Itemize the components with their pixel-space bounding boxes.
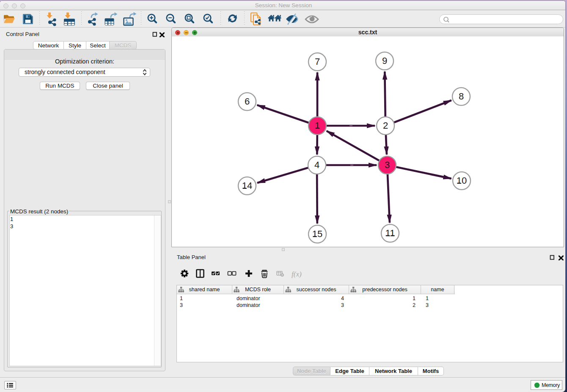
svg-text:f(x): f(x) — [292, 270, 302, 278]
svg-text:7: 7 — [315, 56, 320, 67]
svg-text:11: 11 — [385, 228, 395, 238]
svg-text:8: 8 — [459, 91, 464, 102]
svg-text:2: 2 — [383, 120, 388, 131]
svg-text:6: 6 — [245, 96, 250, 107]
svg-text:10: 10 — [457, 175, 467, 186]
svg-text:15: 15 — [312, 229, 322, 239]
svg-text:14: 14 — [242, 180, 252, 191]
svg-text:4: 4 — [314, 160, 319, 170]
svg-text:1: 1 — [315, 120, 320, 131]
svg-text:3: 3 — [385, 160, 390, 170]
svg-text:9: 9 — [382, 55, 387, 66]
